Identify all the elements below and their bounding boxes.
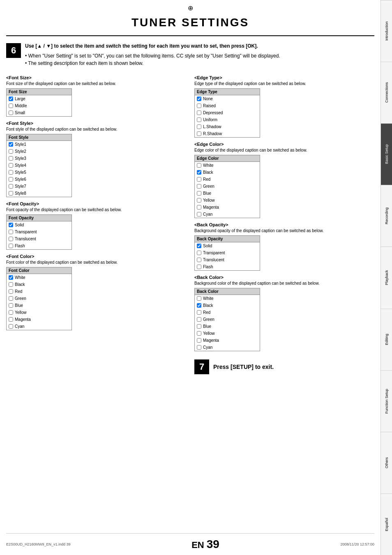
- edge-type-cb-1[interactable]: [197, 104, 201, 108]
- back-color-item-6[interactable]: Magenta: [195, 337, 260, 344]
- back-opacity-cb-3[interactable]: [197, 265, 201, 269]
- edge-type-item-5[interactable]: R.Shadow: [195, 130, 260, 137]
- font-style-item-1[interactable]: Style2: [7, 148, 71, 155]
- edge-color-item-1[interactable]: Black: [195, 169, 260, 176]
- edge-color-item-5[interactable]: Yellow: [195, 197, 260, 204]
- back-color-cb-5[interactable]: [197, 331, 201, 336]
- edge-color-cb-5[interactable]: [197, 198, 201, 203]
- edge-color-cb-2[interactable]: [197, 177, 201, 182]
- font-color-item-1[interactable]: Black: [7, 281, 71, 288]
- sidebar-tab-editing[interactable]: Editing: [381, 309, 392, 370]
- font-style-cb-3[interactable]: [9, 163, 13, 168]
- font-color-cb-0[interactable]: [9, 275, 13, 280]
- back-color-item-7[interactable]: Cyan: [195, 344, 260, 351]
- font-color-cb-4[interactable]: [9, 303, 13, 308]
- font-color-cb-6[interactable]: [9, 317, 13, 322]
- font-size-cb-1[interactable]: [9, 104, 13, 108]
- edge-type-cb-0[interactable]: [197, 97, 201, 101]
- edge-type-item-3[interactable]: Uniform: [195, 116, 260, 123]
- sidebar-tab-introduction[interactable]: Introduction: [381, 0, 392, 62]
- font-color-cb-1[interactable]: [9, 282, 13, 287]
- back-opacity-cb-2[interactable]: [197, 258, 201, 262]
- font-opacity-item-0[interactable]: Solid: [7, 221, 71, 228]
- font-color-item-2[interactable]: Red: [7, 288, 71, 295]
- font-style-cb-0[interactable]: [9, 142, 13, 147]
- font-color-item-6[interactable]: Magenta: [7, 316, 71, 323]
- font-color-cb-2[interactable]: [9, 289, 13, 294]
- font-style-cb-5[interactable]: [9, 177, 13, 182]
- font-style-item-7[interactable]: Style8: [7, 190, 71, 197]
- sidebar-tab-playback[interactable]: Playback: [381, 246, 392, 308]
- font-opacity-cb-2[interactable]: [9, 237, 13, 241]
- font-color-item-0[interactable]: White: [7, 274, 71, 281]
- font-opacity-cb-1[interactable]: [9, 230, 13, 234]
- font-color-item-7[interactable]: Cyan: [7, 323, 71, 330]
- font-style-item-0[interactable]: Style1: [7, 141, 71, 148]
- font-style-cb-4[interactable]: [9, 170, 13, 175]
- edge-color-item-3[interactable]: Green: [195, 183, 260, 190]
- font-opacity-item-2[interactable]: Translucent: [7, 235, 71, 242]
- sidebar-tab-connections[interactable]: Connections: [381, 62, 392, 123]
- sidebar-tab-espanol[interactable]: Español: [381, 493, 392, 555]
- font-style-cb-6[interactable]: [9, 184, 13, 189]
- edge-color-cb-4[interactable]: [197, 191, 201, 196]
- edge-color-cb-0[interactable]: [197, 163, 201, 168]
- edge-type-cb-4[interactable]: [197, 124, 201, 129]
- font-style-item-5[interactable]: Style6: [7, 176, 71, 183]
- edge-color-item-6[interactable]: Magenta: [195, 204, 260, 211]
- back-color-cb-4[interactable]: [197, 324, 201, 329]
- back-color-cb-0[interactable]: [197, 296, 201, 301]
- font-style-cb-1[interactable]: [9, 149, 13, 154]
- back-color-item-2[interactable]: Red: [195, 309, 260, 316]
- font-style-cb-7[interactable]: [9, 191, 13, 196]
- font-size-cb-0[interactable]: [9, 97, 13, 101]
- font-style-item-4[interactable]: Style5: [7, 169, 71, 176]
- edge-color-item-7[interactable]: Cyan: [195, 211, 260, 218]
- back-color-cb-7[interactable]: [197, 345, 201, 350]
- edge-color-cb-3[interactable]: [197, 184, 201, 189]
- font-color-cb-3[interactable]: [9, 296, 13, 301]
- back-opacity-item-0[interactable]: Solid: [195, 242, 260, 249]
- font-color-cb-7[interactable]: [9, 324, 13, 329]
- back-color-item-3[interactable]: Green: [195, 316, 260, 323]
- edge-type-cb-3[interactable]: [197, 117, 201, 122]
- edge-type-cb-2[interactable]: [197, 111, 201, 115]
- edge-color-cb-1[interactable]: [197, 170, 201, 175]
- edge-type-item-0[interactable]: None: [195, 95, 260, 102]
- back-opacity-cb-0[interactable]: [197, 244, 201, 248]
- font-color-item-5[interactable]: Yellow: [7, 309, 71, 316]
- font-style-item-2[interactable]: Style3: [7, 155, 71, 162]
- sidebar-tab-recording[interactable]: Recording: [381, 185, 392, 246]
- edge-color-item-2[interactable]: Red: [195, 176, 260, 183]
- back-opacity-item-2[interactable]: Translucent: [195, 256, 260, 263]
- edge-color-item-0[interactable]: White: [195, 162, 260, 169]
- font-color-cb-5[interactable]: [9, 310, 13, 315]
- font-size-item-2[interactable]: Small: [7, 109, 71, 116]
- font-size-item-0[interactable]: Large: [7, 95, 71, 102]
- back-color-cb-6[interactable]: [197, 338, 201, 343]
- back-color-cb-2[interactable]: [197, 310, 201, 315]
- back-color-item-0[interactable]: White: [195, 295, 260, 302]
- font-opacity-cb-3[interactable]: [9, 244, 13, 248]
- font-size-item-1[interactable]: Middle: [7, 102, 71, 109]
- font-style-item-3[interactable]: Style4: [7, 162, 71, 169]
- font-color-item-3[interactable]: Green: [7, 295, 71, 302]
- font-size-cb-2[interactable]: [9, 111, 13, 115]
- font-opacity-item-1[interactable]: Transparent: [7, 228, 71, 235]
- edge-color-cb-6[interactable]: [197, 205, 201, 210]
- sidebar-tab-others[interactable]: Others: [381, 432, 392, 493]
- edge-color-item-4[interactable]: Blue: [195, 190, 260, 197]
- edge-type-item-1[interactable]: Raised: [195, 102, 260, 109]
- font-style-cb-2[interactable]: [9, 156, 13, 161]
- edge-type-cb-5[interactable]: [197, 131, 201, 136]
- sidebar-tab-function-setup[interactable]: Function Setup: [381, 370, 392, 432]
- back-opacity-cb-1[interactable]: [197, 251, 201, 255]
- back-color-item-4[interactable]: Blue: [195, 323, 260, 330]
- back-color-item-5[interactable]: Yellow: [195, 330, 260, 337]
- back-color-item-1[interactable]: Black: [195, 302, 260, 309]
- font-opacity-item-3[interactable]: Flash: [7, 242, 71, 249]
- font-style-item-6[interactable]: Style7: [7, 183, 71, 190]
- back-opacity-item-1[interactable]: Transparent: [195, 249, 260, 256]
- edge-type-item-2[interactable]: Depressed: [195, 109, 260, 116]
- sidebar-tab-basic-setup[interactable]: Basic Setup: [381, 123, 392, 185]
